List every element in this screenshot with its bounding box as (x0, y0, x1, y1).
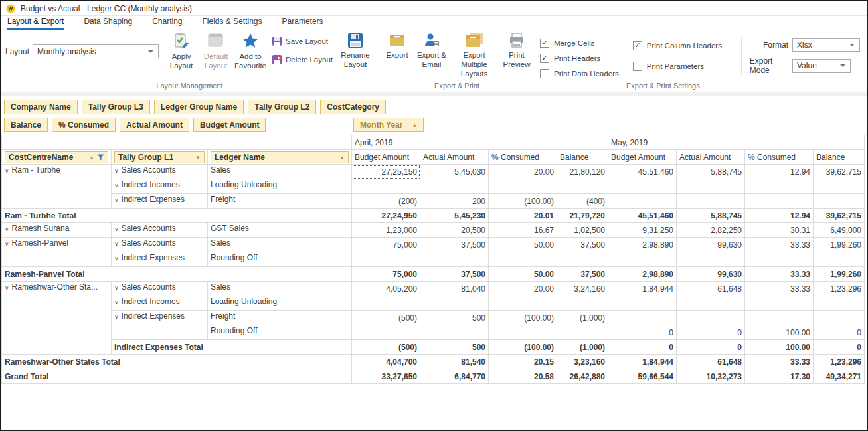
save-layout-button[interactable]: Save Layout (272, 36, 333, 46)
pivot-value-cell[interactable] (608, 179, 677, 194)
checkbox-print-column-headers[interactable]: ✓Print Column Headers (633, 38, 735, 53)
pivot-value-cell[interactable]: 50.00 (489, 267, 557, 282)
pivot-value-cell[interactable]: 20.58 (489, 369, 557, 384)
tab-data-shaping[interactable]: Data Shaping (84, 17, 132, 30)
pivot-value-cell[interactable]: 33.33 (745, 355, 814, 369)
pivot-value-cell[interactable]: 1,84,944 (608, 355, 677, 369)
export-mode-select[interactable]: Value (792, 59, 851, 73)
value-column-header-may-2019-balance[interactable]: Balance (814, 150, 865, 165)
data-chip-balance[interactable]: Balance (4, 118, 48, 132)
pivot-value-cell[interactable] (352, 252, 420, 267)
pivot-value-cell[interactable]: 20,500 (420, 223, 489, 238)
pivot-value-cell[interactable] (677, 179, 745, 194)
export-multiple-layouts-button[interactable]: Export Multiple Layouts (450, 32, 498, 78)
pivot-value-cell[interactable]: 5,88,745 (677, 165, 745, 179)
value-column-header-may-2019-consumed[interactable]: % Consumed (745, 150, 814, 165)
ledger-name-cell[interactable]: Sales (208, 238, 352, 252)
ledger-name-cell[interactable]: Sales (208, 165, 352, 179)
pivot-value-cell[interactable]: 3,24,160 (557, 282, 608, 296)
tab-charting[interactable]: Charting (152, 17, 182, 30)
data-chip-budget-amount[interactable]: Budget Amount (193, 118, 266, 132)
pivot-value-cell[interactable]: 33.33 (745, 267, 814, 282)
pivot-value-cell[interactable] (814, 179, 865, 194)
pivot-value-cell[interactable]: 0 (677, 325, 745, 340)
pivot-value-cell[interactable]: 20.00 (489, 282, 557, 296)
pivot-value-cell[interactable]: 10,32,273 (677, 369, 745, 384)
tally-group-cell[interactable]: ∨Sales Accounts (112, 238, 208, 252)
pivot-value-cell[interactable]: (400) (557, 194, 608, 209)
pivot-value-cell[interactable]: (1,000) (557, 340, 608, 355)
checkbox-print-data-headers[interactable]: Print Data Headers (540, 66, 633, 81)
pivot-value-cell[interactable]: 49,34,271 (814, 369, 865, 384)
pivot-value-cell[interactable]: 45,51,460 (608, 209, 677, 223)
pivot-value-cell[interactable] (677, 252, 745, 267)
value-column-header-april-2019-balance[interactable]: Balance (557, 150, 608, 165)
pivot-value-cell[interactable]: 9,31,250 (608, 223, 677, 238)
pivot-value-cell[interactable] (557, 252, 608, 267)
pivot-value-cell[interactable]: 2,98,890 (608, 238, 677, 252)
pivot-value-cell[interactable]: 0 (608, 325, 677, 340)
pivot-value-cell[interactable] (608, 311, 677, 325)
value-column-header-april-2019-actual-amount[interactable]: Actual Amount (420, 150, 489, 165)
value-column-header-may-2019-actual-amount[interactable]: Actual Amount (677, 150, 745, 165)
format-select[interactable]: Xlsx (792, 38, 860, 52)
pivot-value-cell[interactable]: (100.00) (489, 311, 557, 325)
ledger-name-cell[interactable]: Loading Unloading (208, 296, 352, 311)
tally-group-cell[interactable]: ∨Sales Accounts (112, 282, 208, 296)
row-field-chip-costcentrename[interactable]: CostCentreName▲ (5, 151, 108, 163)
pivot-value-cell[interactable]: 16.67 (489, 223, 557, 238)
pivot-value-cell[interactable]: 3,23,160 (557, 355, 608, 369)
pivot-value-cell[interactable]: 21,80,120 (557, 165, 608, 179)
pivot-value-cell[interactable] (745, 311, 814, 325)
pivot-value-cell[interactable]: (1,000) (557, 311, 608, 325)
pivot-value-cell[interactable]: 5,88,745 (677, 209, 745, 223)
value-column-header-april-2019-consumed[interactable]: % Consumed (489, 150, 557, 165)
pivot-value-cell[interactable]: 26,42,880 (557, 369, 608, 384)
pivot-value-cell[interactable] (814, 296, 865, 311)
filter-chip-tally-group-l3[interactable]: Tally Group L3 (82, 100, 150, 114)
pivot-value-cell[interactable] (557, 296, 608, 311)
pivot-value-cell[interactable] (489, 252, 557, 267)
indirect-expenses-total-label[interactable]: Indirect Expenses Total (112, 340, 352, 355)
pivot-value-cell[interactable]: 33,27,650 (352, 369, 420, 384)
layout-select[interactable]: Monthly analysis (33, 44, 159, 58)
pivot-value-cell[interactable] (745, 194, 814, 209)
pivot-value-cell[interactable]: 4,04,700 (352, 355, 420, 369)
pivot-value-cell[interactable]: 12.94 (745, 165, 814, 179)
pivot-value-cell[interactable] (352, 179, 420, 194)
pivot-value-cell[interactable]: (100.00) (489, 194, 557, 209)
pivot-value-cell[interactable]: 1,99,260 (814, 238, 865, 252)
pivot-value-cell[interactable]: 5,45,230 (420, 209, 489, 223)
pivot-value-cell[interactable]: 45,51,460 (608, 165, 677, 179)
rename-layout-button[interactable]: Rename Layout (338, 32, 373, 70)
pivot-value-cell[interactable]: 61,648 (677, 282, 745, 296)
value-column-header-may-2019-budget-amount[interactable]: Budget Amount (608, 150, 677, 165)
pivot-value-cell[interactable]: 1,23,296 (814, 282, 865, 296)
pivot-value-cell[interactable]: 37,500 (420, 267, 489, 282)
pivot-value-cell[interactable]: 59,66,544 (608, 369, 677, 384)
pivot-value-cell[interactable]: 27,25,150 (352, 165, 420, 179)
pivot-value-cell[interactable] (745, 179, 814, 194)
pivot-value-cell[interactable] (557, 325, 608, 340)
pivot-value-cell[interactable]: 75,000 (352, 238, 420, 252)
row-field-chip-ledger-name[interactable]: Ledger Name▲ (211, 151, 349, 163)
pivot-value-cell[interactable] (814, 311, 865, 325)
pivot-value-cell[interactable]: 0 (814, 325, 865, 340)
pivot-value-cell[interactable] (745, 252, 814, 267)
add-to-favourite-button[interactable]: Add to Favourite (234, 32, 266, 71)
filter-chip-ledger-group-name[interactable]: Ledger Group Name (154, 100, 244, 114)
pivot-value-cell[interactable] (420, 252, 489, 267)
pivot-value-cell[interactable] (814, 194, 865, 209)
pivot-value-cell[interactable]: 61,648 (677, 355, 745, 369)
default-layout-button[interactable]: Default Layout (200, 32, 232, 71)
ledger-name-cell[interactable]: Rounding Off (208, 252, 352, 267)
cost-centre-cell[interactable]: ∨Ramesh-Panvel (2, 238, 112, 267)
tally-group-cell[interactable]: ∨Indirect Incomes (112, 296, 208, 311)
pivot-value-cell[interactable]: (200) (352, 194, 420, 209)
tally-group-cell[interactable]: ∨Sales Accounts (112, 165, 208, 179)
pivot-value-cell[interactable]: 39,62,715 (814, 165, 865, 179)
pivot-value-cell[interactable]: 37,500 (557, 238, 608, 252)
ramesh-panvel-total-label[interactable]: Ramesh-Panvel Total (2, 267, 352, 282)
tally-group-cell[interactable]: ∨Indirect Expenses (112, 252, 208, 267)
pivot-value-cell[interactable]: 2,98,890 (608, 267, 677, 282)
